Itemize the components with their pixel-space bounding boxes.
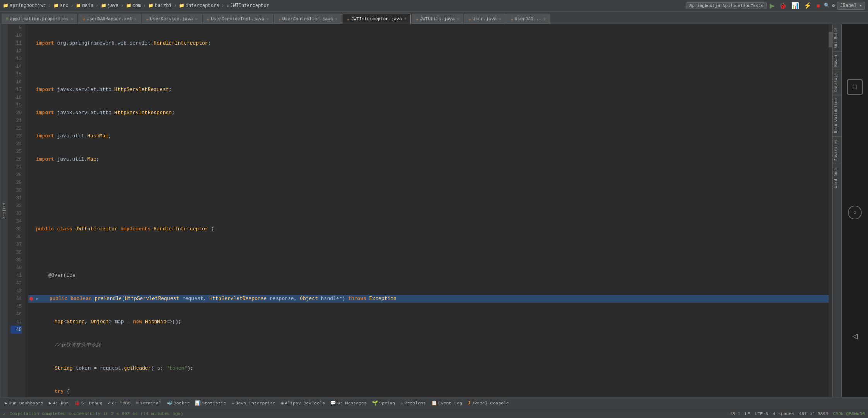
search-icon[interactable]: 🔍	[824, 3, 830, 9]
tab-userdaomapper-xml[interactable]: ◈ UserDAOMapper.xml ✕	[78, 14, 141, 24]
debug-button[interactable]: 🐞	[777, 1, 788, 10]
tab-userservice-java[interactable]: ☕ UserService.java ✕	[142, 14, 202, 24]
tab-jwtinterceptor-java[interactable]: ☕ JWTInterceptor.java ✕	[343, 14, 411, 24]
run-dashboard-btn[interactable]: ▶ Run Dashboard	[2, 399, 46, 407]
line-numbers: 9 10 11 12 13 14 15 16 17 18 19 20 21 22…	[8, 24, 25, 397]
debug-icon: 🐞	[74, 400, 80, 406]
indent-info[interactable]: 4 spaces	[773, 411, 794, 416]
problems-icon: ⚠	[400, 400, 403, 406]
code-line-18	[28, 248, 829, 256]
memory-usage[interactable]: 487 of 989M	[799, 411, 828, 416]
run-btn[interactable]: ▶ 4: Run	[46, 399, 71, 407]
breadcrumb-com[interactable]: 📁 com	[126, 3, 141, 9]
breadcrumb-jwtinterceptor[interactable]: ☕ JWTInterceptor	[227, 3, 269, 9]
code-line-12: import javax.servlet.http.HttpServletRes…	[28, 109, 829, 117]
code-line-10	[28, 63, 829, 70]
run-config-selector[interactable]: SpringbootjwtApplicationTests	[686, 2, 767, 9]
close-tab-icon[interactable]: ✕	[544, 17, 546, 21]
close-tab-icon[interactable]: ✕	[134, 17, 137, 21]
jrebel-console-btn[interactable]: J JRebel Console	[465, 400, 511, 407]
statistic-btn[interactable]: 📊 Statistic	[193, 399, 228, 407]
alipay-icon: ◉	[281, 400, 284, 406]
close-tab-icon[interactable]: ✕	[499, 17, 501, 21]
database-panel[interactable]: Database	[833, 70, 841, 95]
messages-icon: 💬	[330, 400, 336, 406]
stop-button[interactable]: ■	[815, 2, 822, 10]
tab-jwtutils-java[interactable]: ☕ JWTUtils.java ✕	[412, 14, 463, 24]
tab-application-properties[interactable]: ⚙ application.properties ✕	[2, 14, 77, 24]
messages-btn[interactable]: 💬 0: Messages	[328, 399, 369, 407]
terminal-icon: ⌨	[136, 400, 138, 406]
close-tab-icon[interactable]: ✕	[404, 16, 407, 21]
docker-btn[interactable]: 🐳 Docker	[164, 399, 192, 407]
encoding[interactable]: UTF-8	[755, 411, 769, 416]
profile-button[interactable]: ⚡	[802, 1, 813, 10]
device-back-icon: ◁	[852, 331, 858, 342]
code-line-13: import java.util.HashMap;	[28, 132, 829, 140]
tab-userserviceimpl-java[interactable]: ☕ UserServiceImpl.java ✕	[203, 14, 273, 24]
tab-usercontroller-java[interactable]: ☕ UserController.java ✕	[274, 14, 342, 24]
code-line-16	[28, 202, 829, 210]
spring-btn[interactable]: 🌱 Spring	[370, 399, 397, 407]
breadcrumb-main[interactable]: 📁 main	[76, 3, 94, 9]
breadcrumb-springbootjwt[interactable]: 📁 springbootjwt	[3, 3, 46, 9]
code-line-15	[28, 179, 829, 187]
tab-user-java[interactable]: ☕ User.java ✕	[464, 14, 506, 24]
statistic-icon: 📊	[195, 400, 201, 406]
code-editor[interactable]: import org.springframework.web.servlet.H…	[25, 24, 829, 397]
debug-btn[interactable]: 🐞 5: Debug	[72, 399, 105, 407]
docker-icon: 🐳	[167, 400, 173, 406]
word-book-panel[interactable]: Word Book	[833, 164, 841, 191]
breadcrumb-baizhi[interactable]: 📁 baizhi	[148, 3, 171, 9]
settings-icon[interactable]: ⚙	[832, 3, 835, 9]
code-line-11: import javax.servlet.http.HttpServletReq…	[28, 86, 829, 94]
status-indicator: ✓	[3, 411, 6, 416]
user-info: CSDN @BOWWOB	[833, 411, 865, 416]
close-tab-icon[interactable]: ✕	[195, 17, 198, 21]
code-line-23: String token = request.getHeader( s: "to…	[28, 365, 829, 372]
cursor-position[interactable]: 48:1	[730, 411, 740, 416]
run-icon: ▶	[49, 400, 51, 406]
close-tab-icon[interactable]: ✕	[457, 17, 459, 21]
maven-panel[interactable]: Maven	[833, 51, 841, 70]
todo-icon: ✓	[108, 400, 111, 406]
right-side-panels: Ant Build Maven Database Bean Validation…	[832, 24, 841, 397]
coverage-button[interactable]: 📊	[790, 1, 801, 10]
status-message: Compilation completed successfully in 2 …	[10, 411, 183, 416]
terminal-btn[interactable]: ⌨ Terminal	[133, 399, 163, 407]
favorites-panel[interactable]: Favorites	[833, 136, 841, 164]
code-line-20: ▶ public boolean preHandle(HttpServletRe…	[28, 295, 829, 303]
todo-btn[interactable]: ✓ 6: TODO	[106, 399, 133, 407]
problems-btn[interactable]: ⚠ Problems	[398, 399, 428, 407]
tab-userdao-java[interactable]: ☕ UserDAO... ✕	[506, 14, 550, 24]
java-enterprise-icon: ☕	[231, 400, 234, 406]
device-screen-icon: □	[847, 79, 863, 95]
project-panel-label[interactable]: Project	[0, 24, 8, 397]
bottom-toolbar: ▶ Run Dashboard ▶ 4: Run 🐞 5: Debug ✓ 6:…	[0, 397, 868, 409]
top-bar: 📁 springbootjwt › 📁 src › 📁 main › 📁 jav…	[0, 0, 868, 12]
event-log-btn[interactable]: 📋 Event Log	[429, 399, 465, 407]
run-button[interactable]: ▶	[768, 1, 776, 10]
device-home-icon: ○	[848, 206, 862, 219]
code-line-14: import java.util.Map;	[28, 156, 829, 163]
breadcrumb-java[interactable]: 📁 java	[101, 3, 119, 9]
code-line-22: //获取请求头中令牌	[28, 341, 829, 349]
scrollmap[interactable]	[829, 24, 832, 397]
line-separator[interactable]: LF	[745, 411, 750, 416]
jrebel-label[interactable]: JRebel ▾	[837, 2, 865, 10]
code-line-19: @Override	[28, 272, 829, 279]
alipay-devtools-btn[interactable]: ◉ Alipay DevTools	[279, 399, 327, 407]
ant-build-panel[interactable]: Ant Build	[833, 24, 841, 51]
close-tab-icon[interactable]: ✕	[335, 17, 338, 21]
code-line-21: Map<String, Object> map = new HashMap<>(…	[28, 318, 829, 326]
bean-validation-panel[interactable]: Bean Validation	[833, 95, 841, 136]
jrebel-console-icon: J	[468, 401, 470, 406]
breadcrumb-src[interactable]: 📁 src	[53, 3, 68, 9]
close-tab-icon[interactable]: ✕	[71, 17, 73, 21]
java-enterprise-btn[interactable]: ☕ Java Enterprise	[229, 399, 278, 407]
breadcrumb-interceptors[interactable]: 📁 interceptors	[179, 3, 219, 9]
close-tab-icon[interactable]: ✕	[267, 17, 269, 21]
far-right-panel: □ ○ ◁	[841, 24, 868, 397]
code-line-24: try {	[28, 388, 829, 396]
code-line-17: public class JWTInterceptor implements H…	[28, 225, 829, 233]
